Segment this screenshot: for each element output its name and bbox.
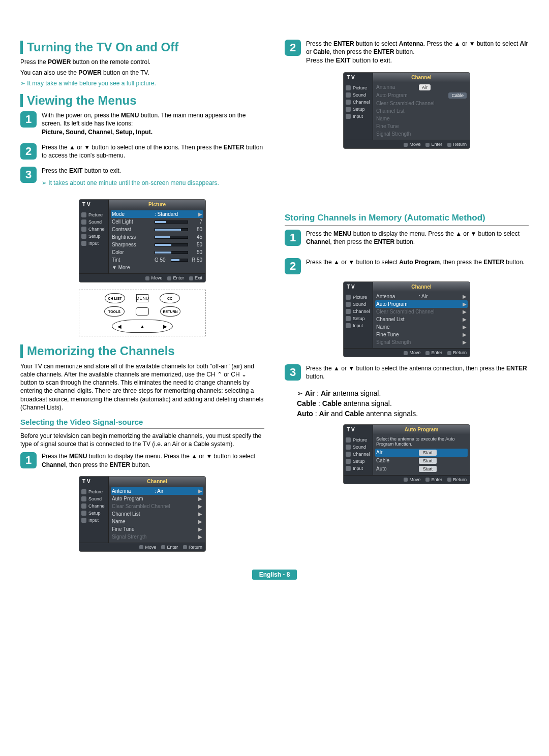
osd-sidebar: Picture Sound Channel Setup Input	[344, 292, 373, 348]
step-text: Press the ▲ or ▼ button to select Auto P…	[306, 258, 525, 266]
paragraph: Before your television can begin memoriz…	[20, 432, 264, 448]
remote-tools-button: TOOLS	[104, 306, 125, 317]
remote-diagram: CH LIST MENU CC TOOLS RETURN ◀ ▲ ▶	[79, 290, 206, 336]
note: It takes about one minute until the on-s…	[42, 179, 219, 187]
right-arrow-icon: ▶	[163, 324, 167, 329]
pill-cable: Cable	[448, 92, 467, 99]
osd-picture-menu: T V Picture Picture Sound Channel Setup …	[79, 199, 206, 282]
setup-icon	[346, 316, 351, 321]
osd-tv-label: T V	[344, 282, 373, 292]
input-icon	[346, 114, 351, 119]
setup-icon	[346, 107, 351, 112]
picture-icon	[346, 295, 351, 300]
remote-chlist-button: CH LIST	[105, 293, 125, 303]
step-badge-icon: 2	[285, 40, 301, 56]
step-badge-icon: 1	[20, 111, 37, 128]
input-icon	[346, 466, 351, 471]
osd-tv-label: T V	[79, 200, 109, 209]
sound-icon	[346, 445, 351, 450]
up-arrow-icon: ▲	[140, 324, 145, 329]
left-arrow-icon: ◀	[117, 324, 121, 329]
heading-viewing-menus: Viewing the Menus	[20, 94, 264, 107]
osd-intro: Select the antenna to execute the Auto P…	[375, 435, 468, 449]
step-text: Press the EXIT button to exit. It takes …	[42, 167, 219, 192]
step-text: Press the MENU button to display the men…	[306, 230, 529, 246]
channel-icon	[81, 227, 86, 232]
paragraph: Your TV can memorize and store all of th…	[20, 362, 264, 412]
sound-icon	[81, 496, 86, 501]
osd-main: Antenna: Air▶ Auto Program▶ Clear Scramb…	[109, 486, 205, 543]
osd-title: Channel	[373, 73, 470, 82]
signal-note: Air : Air antenna signal. Cable : Cable …	[297, 388, 529, 419]
right-column: 2 Press the ENTER button to select Anten…	[285, 36, 529, 559]
osd-channel-menu: T V Channel Picture Sound Channel Setup …	[79, 476, 206, 552]
heading-memorizing-channels: Memorizing the Channels	[20, 344, 264, 358]
heading-turning-on-off: Turning the TV On and Off	[20, 41, 264, 54]
paragraph: You can also use the POWER button on the…	[20, 69, 264, 77]
remote-cc-button: CC	[160, 293, 180, 303]
picture-icon	[81, 212, 86, 217]
channel-icon	[346, 452, 351, 457]
osd-sidebar: Picture Sound Channel Setup Input	[344, 82, 373, 140]
osd-tv-label: T V	[79, 477, 109, 486]
osd-tv-label: T V	[344, 425, 373, 434]
manual-page: Turning the TV On and Off Press the POWE…	[20, 36, 529, 559]
channel-icon	[346, 100, 351, 105]
input-icon	[81, 518, 86, 523]
note: It may take a while before you see a ful…	[20, 80, 264, 87]
osd-title: Channel	[109, 477, 205, 486]
setup-icon	[81, 234, 86, 239]
paragraph: Press the POWER button on the remote con…	[20, 58, 264, 66]
subheading-signal-source: Selecting the Video Signal-source	[20, 418, 264, 429]
osd-footer: Move Enter Return	[79, 543, 205, 551]
osd-sidebar: Picture Sound Channel Setup Input	[79, 486, 109, 543]
step-3: 3 Press the EXIT button to exit. It take…	[20, 167, 264, 192]
step-2: 2 Press the ▲ or ▼ button to select one …	[20, 143, 264, 160]
osd-auto-program: T V Auto Program Picture Sound Channel S…	[343, 424, 470, 484]
osd-main: Mode: Standard▶ Cell Light7 Contrast80 B…	[109, 209, 205, 273]
page-footer: English - 8	[20, 571, 529, 578]
step-text: Press the ENTER button to select Antenna…	[306, 40, 529, 65]
osd-main: Select the antenna to execute the Auto P…	[373, 434, 470, 475]
setup-icon	[346, 459, 351, 464]
step-text: Press the ▲ or ▼ button to select the an…	[306, 364, 529, 381]
pill-air: Air	[419, 84, 431, 90]
start-button: Start	[419, 466, 437, 472]
channel-icon	[346, 309, 351, 314]
step-2: 2 Press the ENTER button to select Anten…	[285, 40, 529, 65]
input-icon	[346, 323, 351, 328]
page-number-badge: English - 8	[252, 570, 297, 580]
arrow-right-icon: ▶	[198, 211, 202, 217]
step-2: 2 Press the ▲ or ▼ button to select Auto…	[285, 258, 529, 274]
step-badge-icon: 3	[285, 364, 301, 381]
osd-sidebar: Picture Sound Channel Setup Input	[344, 434, 373, 475]
step-badge-icon: 2	[20, 143, 37, 160]
step-badge-icon: 1	[285, 230, 301, 246]
input-icon	[81, 241, 86, 246]
sound-icon	[346, 92, 351, 98]
osd-main: Antenna Air Auto Program Cable Clear Scr…	[373, 82, 470, 140]
start-button: Start	[419, 450, 437, 456]
remote-return-button: RETURN	[160, 306, 180, 317]
step-badge-icon: 1	[20, 452, 37, 468]
start-button: Start	[419, 458, 437, 464]
step-1: 1 Press the MENU button to display the m…	[20, 452, 264, 468]
osd-antenna-select: T V Channel Picture Sound Channel Setup …	[343, 72, 470, 149]
setup-icon	[81, 511, 86, 516]
step-text: Press the ▲ or ▼ button to select one of…	[42, 143, 264, 160]
sound-icon	[81, 219, 86, 225]
step-text: Press the MENU button to display the men…	[42, 452, 264, 468]
subheading-storing-channels: Storing Channels in Memory (Automatic Me…	[285, 213, 529, 226]
remote-enter-button	[136, 307, 149, 316]
osd-title: Auto Program	[373, 425, 470, 434]
osd-channel-autoprogram: T V Channel Picture Sound Channel Setup …	[343, 281, 470, 357]
osd-footer: Move Enter Return	[344, 475, 470, 484]
step-3: 3 Press the ▲ or ▼ button to select the …	[285, 364, 529, 381]
picture-icon	[346, 437, 351, 443]
picture-icon	[81, 489, 86, 494]
step-badge-icon: 2	[285, 258, 301, 274]
picture-icon	[346, 85, 351, 90]
left-column: Turning the TV On and Off Press the POWE…	[20, 36, 264, 559]
osd-title: Channel	[373, 282, 470, 292]
sound-icon	[346, 302, 351, 307]
